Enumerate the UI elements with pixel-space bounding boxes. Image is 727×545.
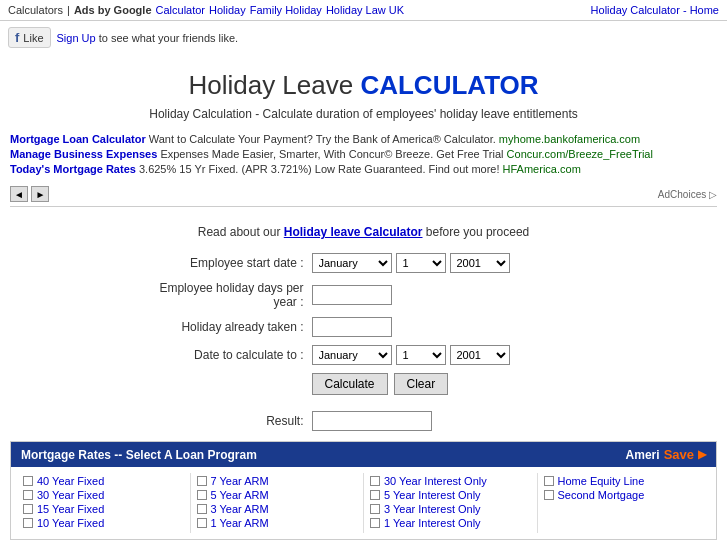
ad-link-3[interactable]: Today's Mortgage Rates xyxy=(10,163,136,175)
holiday-law-uk-link[interactable]: Holiday Law UK xyxy=(326,4,404,16)
mortgage-link[interactable]: 1 Year Interest Only xyxy=(384,517,481,529)
like-label: Like xyxy=(23,32,43,44)
mortgage-link[interactable]: 40 Year Fixed xyxy=(37,475,104,487)
start-month-select[interactable]: JanuaryFebruaryMarch AprilMayJune JulyAu… xyxy=(312,253,392,273)
mortgage-header: Mortgage Rates -- Select A Loan Program … xyxy=(11,442,716,467)
button-row: Calculate Clear xyxy=(144,373,584,395)
mortgage-section: Mortgage Rates -- Select A Loan Program … xyxy=(10,441,717,540)
ad-link-1[interactable]: Mortgage Loan Calculator xyxy=(10,133,146,145)
next-arrow-button[interactable]: ► xyxy=(31,186,49,202)
bullet-icon xyxy=(544,476,554,486)
list-item: Home Equity Line xyxy=(544,475,705,487)
mortgage-body: 40 Year Fixed 30 Year Fixed 15 Year Fixe… xyxy=(11,467,716,539)
mortgage-col-3: 30 Year Interest Only 5 Year Interest On… xyxy=(363,473,537,533)
nav-separator: | xyxy=(67,4,70,16)
amerisave-logo: AmeriSave ▶ xyxy=(626,447,706,462)
mortgage-link[interactable]: 7 Year ARM xyxy=(211,475,269,487)
start-date-label: Employee start date : xyxy=(144,256,304,270)
mortgage-link[interactable]: 15 Year Fixed xyxy=(37,503,104,515)
signup-link[interactable]: Sign Up xyxy=(57,32,96,44)
mortgage-link[interactable]: 3 Year Interest Only xyxy=(384,503,481,515)
ad-domain-1: myhome.bankofamerica.com xyxy=(499,133,640,145)
top-navigation: Calculators | Ads by Google Calculator H… xyxy=(0,0,727,21)
mortgage-col-1: 40 Year Fixed 30 Year Fixed 15 Year Fixe… xyxy=(17,473,190,533)
ads-by-google: Ads by Google xyxy=(74,4,152,16)
calculator-link[interactable]: Calculator xyxy=(156,4,206,16)
list-item: Second Mortgage xyxy=(544,489,705,501)
ad-link-2[interactable]: Manage Business Expenses xyxy=(10,148,157,160)
list-item: 3 Year ARM xyxy=(197,503,358,515)
clear-button[interactable]: Clear xyxy=(394,373,449,395)
start-date-row: Employee start date : JanuaryFebruaryMar… xyxy=(144,253,584,273)
already-taken-input[interactable] xyxy=(312,317,392,337)
start-day-select[interactable]: 12345 678910 1112131415 1617181920 21222… xyxy=(396,253,446,273)
calculator-form: Employee start date : JanuaryFebruaryMar… xyxy=(10,253,717,431)
mortgage-link[interactable]: 10 Year Fixed xyxy=(37,517,104,529)
mortgage-link[interactable]: 30 Year Interest Only xyxy=(384,475,487,487)
bullet-icon xyxy=(370,490,380,500)
holiday-days-label: Employee holiday days per year : xyxy=(144,281,304,309)
prev-arrow-button[interactable]: ◄ xyxy=(10,186,28,202)
mortgage-header-text: Mortgage Rates -- Select A Loan Program xyxy=(21,448,257,462)
list-item: 1 Year ARM xyxy=(197,517,358,529)
ad-domain-3: HFAmerica.com xyxy=(503,163,581,175)
holiday-days-controls xyxy=(312,285,392,305)
bullet-icon xyxy=(197,490,207,500)
mortgage-link[interactable]: 30 Year Fixed xyxy=(37,489,104,501)
mortgage-col-2: 7 Year ARM 5 Year ARM 3 Year ARM 1 Year … xyxy=(190,473,364,533)
calculators-text: Calculators xyxy=(8,4,63,16)
start-date-controls: JanuaryFebruaryMarch AprilMayJune JulyAu… xyxy=(312,253,510,273)
date-to-label: Date to calculate to : xyxy=(144,348,304,362)
mortgage-link[interactable]: 5 Year Interest Only xyxy=(384,489,481,501)
mortgage-link[interactable]: 3 Year ARM xyxy=(211,503,269,515)
ad-text-3: 3.625% 15 Yr Fixed. (APR 3.721%) Low Rat… xyxy=(139,163,500,175)
holiday-calc-link[interactable]: Holiday leave Calculator xyxy=(284,225,423,239)
result-label: Result: xyxy=(144,414,304,428)
holiday-days-row: Employee holiday days per year : xyxy=(144,281,584,309)
ad-text-1: Want to Calculate Your Payment? Try the … xyxy=(149,133,496,145)
home-link[interactable]: Holiday Calculator - Home xyxy=(591,4,719,16)
start-year-select[interactable]: 1998199920002001 2002200320042005 200620… xyxy=(450,253,510,273)
already-taken-label: Holiday already taken : xyxy=(144,320,304,334)
holiday-link[interactable]: Holiday xyxy=(209,4,246,16)
mortgage-link[interactable]: 1 Year ARM xyxy=(211,517,269,529)
title-main: Holiday Leave xyxy=(188,70,360,100)
family-holiday-link[interactable]: Family Holiday xyxy=(250,4,322,16)
mortgage-link[interactable]: 5 Year ARM xyxy=(211,489,269,501)
mortgage-link[interactable]: Home Equity Line xyxy=(558,475,645,487)
list-item: 10 Year Fixed xyxy=(23,517,184,529)
facebook-like-button[interactable]: f Like xyxy=(8,27,51,48)
ad-row-1: Mortgage Loan Calculator Want to Calcula… xyxy=(10,133,717,145)
bullet-icon xyxy=(197,504,207,514)
bullet-icon xyxy=(370,504,380,514)
already-taken-controls xyxy=(312,317,392,337)
amerisave-arrow: ▶ xyxy=(698,448,706,461)
to-year-select[interactable]: 1998199920002001 2002200320042005 200620… xyxy=(450,345,510,365)
facebook-area: f Like Sign Up to see what your friends … xyxy=(0,21,727,54)
mortgage-col-4: Home Equity Line Second Mortgage xyxy=(537,473,711,533)
subtitle: Holiday Calculation - Calculate duration… xyxy=(10,107,717,121)
bullet-icon xyxy=(370,476,380,486)
ad-row-2: Manage Business Expenses Expenses Made E… xyxy=(10,148,717,160)
result-row: Result: xyxy=(144,411,584,431)
mortgage-link[interactable]: Second Mortgage xyxy=(558,489,645,501)
holiday-days-input[interactable] xyxy=(312,285,392,305)
facebook-text: Sign Up to see what your friends like. xyxy=(57,32,239,44)
page-title: Holiday Leave CALCULATOR xyxy=(10,70,717,101)
ad-text-2: Expenses Made Easier, Smarter, With Conc… xyxy=(160,148,503,160)
calculate-button[interactable]: Calculate xyxy=(312,373,388,395)
bullet-icon xyxy=(370,518,380,528)
list-item: 5 Year Interest Only xyxy=(370,489,531,501)
list-item: 30 Year Interest Only xyxy=(370,475,531,487)
to-month-select[interactable]: JanuaryFebruaryMarch AprilMayJune JulyAu… xyxy=(312,345,392,365)
bullet-icon xyxy=(23,476,33,486)
to-day-select[interactable]: 12345 678910 1112131415 1617181920 21222… xyxy=(396,345,446,365)
list-item: 5 Year ARM xyxy=(197,489,358,501)
nav-left: Calculators | Ads by Google Calculator H… xyxy=(8,4,404,16)
bullet-icon xyxy=(23,490,33,500)
already-taken-row: Holiday already taken : xyxy=(144,317,584,337)
nav-arrows-row: ◄ ► AdChoices ▷ xyxy=(10,186,717,202)
calc-intro: Read about our Holiday leave Calculator … xyxy=(10,211,717,253)
bullet-icon xyxy=(544,490,554,500)
nav-right: Holiday Calculator - Home xyxy=(591,4,719,16)
